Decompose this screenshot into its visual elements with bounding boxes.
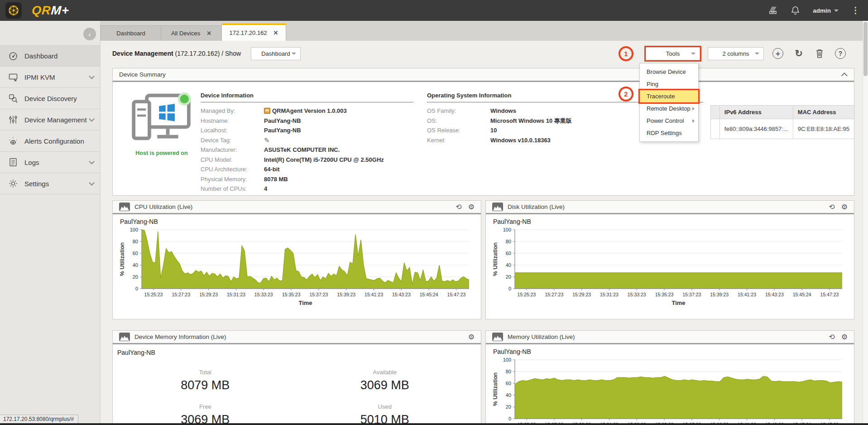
table-row: fe80::809a:3446:9857:...9C:EB:E8:18:AE:9… <box>710 119 854 139</box>
gear-icon[interactable]: ⚙ <box>841 203 848 211</box>
panel-title: Device Summary <box>119 71 166 78</box>
chart-icon <box>119 333 130 341</box>
memory-stat-used: Used5010 MB <box>295 403 475 425</box>
svg-text:15:41:23: 15:41:23 <box>364 292 383 297</box>
menu-item-traceroute[interactable]: Traceroute <box>640 90 698 102</box>
svg-text:15:45:24: 15:45:24 <box>420 292 438 297</box>
svg-text:40: 40 <box>133 262 138 268</box>
svg-text:% Utilization: % Utilization <box>492 372 499 406</box>
chevron-down-icon <box>691 53 695 55</box>
info-label: Localhost: <box>201 126 264 135</box>
menu-item-rdp-settings[interactable]: RDP Settings <box>640 127 698 139</box>
report-center-icon[interactable] <box>768 5 778 15</box>
show-select[interactable]: Dashboard <box>251 47 301 60</box>
collapse-panel-icon[interactable] <box>841 72 848 79</box>
gear-icon[interactable]: ⚙ <box>468 333 475 341</box>
menu-item-power-control[interactable]: Power Control <box>640 115 698 127</box>
refresh-button[interactable]: ↻ <box>792 47 806 60</box>
sidebar-collapse-button[interactable]: ‹ <box>83 28 96 40</box>
close-tab-icon[interactable]: ✕ <box>273 30 278 36</box>
sidebar-item-settings[interactable]: Settings <box>0 173 100 194</box>
tab-dashboard[interactable]: Dashboard <box>101 25 161 41</box>
tab-172-17-20-162[interactable]: 172.17.20.162✕ <box>222 24 286 41</box>
bottom-edge <box>0 423 868 425</box>
history-icon[interactable]: ⟲ <box>829 333 834 341</box>
scrollbar-thumb[interactable] <box>863 22 868 76</box>
svg-text:Time: Time <box>298 299 312 306</box>
columns-select[interactable]: 2 columns <box>708 47 764 60</box>
sidebar-item-logs[interactable]: Logs <box>0 152 100 173</box>
history-icon[interactable]: ⟲ <box>829 203 834 211</box>
gauge-icon <box>8 51 18 61</box>
history-icon[interactable]: ⟲ <box>456 203 461 211</box>
table-column-header: MAC Address <box>793 106 854 119</box>
edit-pencil-icon[interactable]: ✎ <box>264 135 270 145</box>
cpu-utilization-chart: 02040608010015:25:2315:27:2315:29:2315:3… <box>118 226 476 317</box>
info-label: CPU Architecture: <box>201 164 264 174</box>
tools-select-value: Tools <box>666 50 680 57</box>
panel-title: Device Memory Information (Live) <box>134 333 226 340</box>
sidebar-item-dashboard[interactable]: Dashboard <box>0 45 100 67</box>
svg-text:0: 0 <box>508 416 511 421</box>
sidebar-item-device-discovery[interactable]: Device Discovery <box>0 88 100 109</box>
sidebar-item-ipmi-kvm[interactable]: IPMI KVM <box>0 67 100 88</box>
svg-text:15:25:23: 15:25:23 <box>144 292 163 297</box>
menu-item-browse-device[interactable]: Browse Device <box>640 66 698 78</box>
info-label: Physical Memory: <box>201 174 264 184</box>
device-summary-panel: Device Summary <box>112 68 854 196</box>
gear-icon[interactable]: ⚙ <box>468 203 475 211</box>
svg-text:15:43:23: 15:43:23 <box>392 292 411 297</box>
chevron-down-icon <box>89 116 95 122</box>
disk-utilization-chart: 02040608010015:25:2315:27:2315:29:2315:3… <box>491 226 849 317</box>
vertical-scrollbar[interactable] <box>863 21 868 425</box>
info-row: Manufacturer:ASUSTeK COMPUTER INC. <box>201 145 413 155</box>
submenu-arrow-icon <box>692 119 695 123</box>
sidebar-item-alerts-configuration[interactable]: Alerts Configuration <box>0 130 100 152</box>
columns-select-value: 2 columns <box>722 50 749 57</box>
info-label: OS Release: <box>427 126 490 135</box>
close-tab-icon[interactable]: ✕ <box>206 30 211 36</box>
chevron-down-icon <box>89 73 95 79</box>
panel-title: Memory Utilization (Live) <box>508 333 575 340</box>
notifications-bell-icon[interactable] <box>791 5 800 15</box>
sidebar-item-label: Device Discovery <box>24 95 77 102</box>
annotation-step-2: 2 <box>619 87 633 101</box>
chart-host-label: PaulYang-NB <box>491 347 849 356</box>
sidebar-item-label: Alerts Configuration <box>24 137 84 145</box>
menu-item-label: Ping <box>647 81 658 87</box>
menu-item-ping[interactable]: Ping <box>640 78 698 90</box>
chevron-down-icon <box>89 180 95 186</box>
menu-item-remote-desktop[interactable]: Remote Desktop <box>640 102 698 115</box>
svg-text:20: 20 <box>506 274 511 280</box>
table-cell: fe80::809a:3446:9857:... <box>719 119 793 139</box>
info-value: 4 <box>264 184 267 194</box>
chevron-down-icon <box>755 53 759 55</box>
tools-select[interactable]: Tools <box>646 47 700 60</box>
info-label: Number of CPUs: <box>201 184 264 194</box>
table-column-partial <box>710 106 719 119</box>
browser-status-link: 172.17.20.53:8080/qrmplus/# <box>0 415 78 423</box>
svg-text:100: 100 <box>130 227 138 232</box>
add-widget-button[interactable]: + <box>771 47 785 60</box>
gear-icon[interactable]: ⚙ <box>841 333 848 341</box>
info-row: Hostname:PaulYang-NB <box>201 116 413 126</box>
chart-icon <box>119 203 130 211</box>
info-row: CPU Model:Intel(R) Core(TM) i5-7200U CPU… <box>201 155 413 165</box>
user-menu[interactable]: admin <box>813 7 839 14</box>
more-options-icon[interactable]: ⋮ <box>851 7 860 14</box>
svg-text:20: 20 <box>133 274 138 280</box>
svg-text:15:41:23: 15:41:23 <box>738 292 756 297</box>
delete-button[interactable] <box>813 47 826 60</box>
svg-text:80: 80 <box>133 239 138 244</box>
sidebar-item-label: Logs <box>24 159 39 166</box>
svg-text:60: 60 <box>506 251 511 256</box>
svg-text:15:29:23: 15:29:23 <box>199 292 218 297</box>
svg-text:15:39:23: 15:39:23 <box>337 292 355 297</box>
svg-text:15:39:23: 15:39:23 <box>710 292 729 297</box>
help-button[interactable]: ? <box>834 47 847 60</box>
chevron-down-icon <box>89 159 95 164</box>
qrm-logo-icon <box>5 2 22 19</box>
sidebar-item-device-management[interactable]: Device Management <box>0 109 100 130</box>
device-summary-body: Host is powered on Device Information Ma… <box>113 82 854 195</box>
tab-all-devices[interactable]: All Devices✕ <box>161 25 222 41</box>
